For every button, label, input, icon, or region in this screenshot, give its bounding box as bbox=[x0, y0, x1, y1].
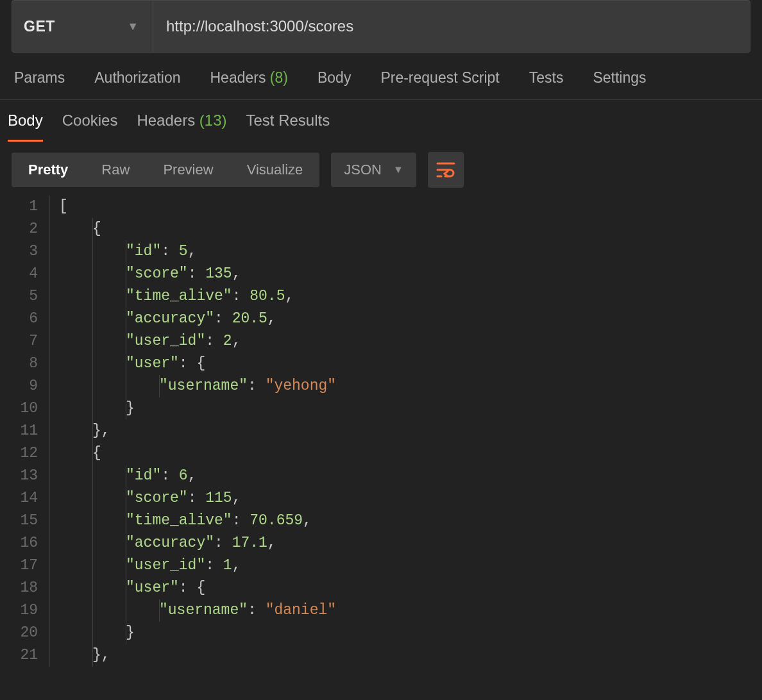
code-line: "id": 6, bbox=[59, 465, 762, 487]
line-number-gutter: 123456789101112131415161718192021 bbox=[10, 196, 50, 667]
code-line: "time_alive": 80.5, bbox=[59, 285, 762, 308]
tab-params[interactable]: Params bbox=[14, 69, 65, 87]
view-tab-visualize[interactable]: Visualize bbox=[230, 153, 320, 187]
view-controls: Pretty Raw Preview Visualize JSON ▼ bbox=[0, 142, 762, 196]
tab-response-headers-label: Headers bbox=[137, 112, 195, 129]
view-tab-raw[interactable]: Raw bbox=[85, 153, 146, 187]
chevron-down-icon: ▼ bbox=[127, 20, 139, 33]
request-url-input[interactable] bbox=[153, 1, 750, 52]
code-line: "username": "daniel" bbox=[59, 599, 762, 622]
code-line: "accuracy": 20.5, bbox=[59, 308, 762, 330]
response-tabs: Body Cookies Headers (13) Test Results bbox=[0, 100, 762, 142]
code-line: "id": 5, bbox=[59, 240, 762, 263]
code-line: "user_id": 2, bbox=[59, 330, 762, 353]
code-line: } bbox=[59, 397, 762, 420]
code-line: } bbox=[59, 622, 762, 644]
response-format-select[interactable]: JSON ▼ bbox=[331, 153, 416, 187]
tab-tests[interactable]: Tests bbox=[529, 69, 564, 87]
tab-response-cookies[interactable]: Cookies bbox=[62, 112, 118, 142]
wrap-lines-icon bbox=[436, 162, 455, 178]
tab-authorization[interactable]: Authorization bbox=[94, 69, 180, 87]
tab-request-body[interactable]: Body bbox=[318, 69, 351, 87]
response-format-label: JSON bbox=[344, 162, 382, 178]
code-line: "username": "yehong" bbox=[59, 375, 762, 397]
chevron-down-icon: ▼ bbox=[393, 164, 403, 176]
code-line: { bbox=[59, 218, 762, 240]
code-line: "time_alive": 70.659, bbox=[59, 510, 762, 532]
view-tab-preview[interactable]: Preview bbox=[146, 153, 230, 187]
code-line: }, bbox=[59, 644, 762, 667]
code-line: "user_id": 1, bbox=[59, 554, 762, 577]
http-method-label: GET bbox=[24, 18, 55, 35]
tab-prerequest-script[interactable]: Pre-request Script bbox=[380, 69, 499, 87]
code-line: "user": { bbox=[59, 353, 762, 375]
code-line: "accuracy": 17.1, bbox=[59, 532, 762, 554]
tab-request-headers[interactable]: Headers (8) bbox=[210, 69, 288, 87]
code-area[interactable]: [{"id": 5,"score": 135,"time_alive": 80.… bbox=[50, 196, 762, 667]
tab-settings[interactable]: Settings bbox=[593, 69, 646, 87]
code-line: "score": 115, bbox=[59, 487, 762, 510]
tab-request-headers-label: Headers bbox=[210, 69, 266, 86]
tab-test-results[interactable]: Test Results bbox=[246, 112, 330, 142]
code-line: [ bbox=[59, 196, 762, 218]
response-body-editor[interactable]: 123456789101112131415161718192021 [{"id"… bbox=[0, 196, 762, 667]
http-method-select[interactable]: GET ▼ bbox=[12, 1, 153, 52]
tab-response-body[interactable]: Body bbox=[8, 112, 43, 142]
code-line: }, bbox=[59, 420, 762, 442]
response-headers-count: (13) bbox=[199, 112, 227, 129]
request-headers-count: (8) bbox=[270, 69, 288, 86]
request-bar: GET ▼ bbox=[12, 0, 750, 53]
wrap-lines-button[interactable] bbox=[428, 152, 464, 188]
request-tabs: Params Authorization Headers (8) Body Pr… bbox=[0, 53, 762, 100]
code-line: "score": 135, bbox=[59, 263, 762, 285]
code-line: "user": { bbox=[59, 577, 762, 599]
view-tab-pretty[interactable]: Pretty bbox=[12, 153, 85, 187]
view-mode-tabs: Pretty Raw Preview Visualize bbox=[12, 153, 319, 187]
code-line: { bbox=[59, 442, 762, 465]
tab-response-headers[interactable]: Headers (13) bbox=[137, 112, 226, 142]
